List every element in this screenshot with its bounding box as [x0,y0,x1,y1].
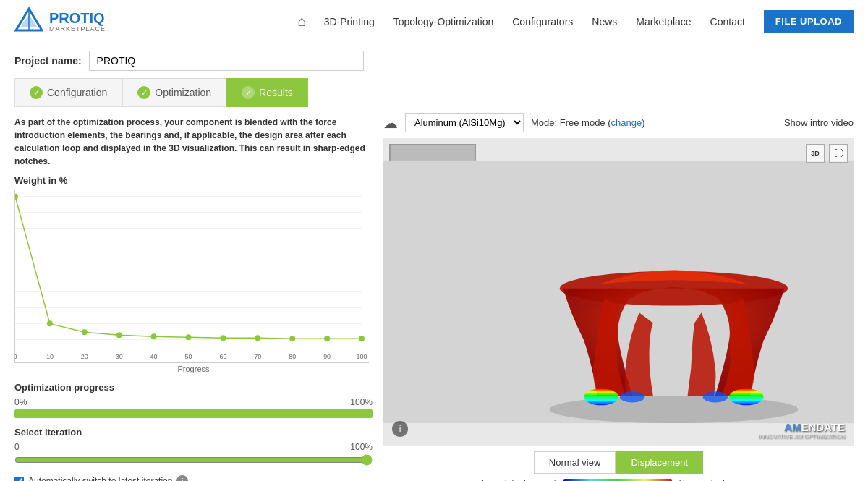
svg-point-57 [620,391,644,402]
svg-point-36 [47,320,53,326]
expand-icon: ⛶ [834,148,843,158]
tab-optimization-label: Optimization [155,87,211,98]
svg-point-45 [359,336,365,341]
tab-configuration-label: Configuration [47,87,107,98]
material-select[interactable]: Aluminum (AlSi10Mg) [405,113,524,132]
show-intro-video-button[interactable]: Show intro video [784,117,854,128]
svg-text:100: 100 [357,353,367,360]
svg-point-35 [15,194,18,200]
auto-switch-info-icon[interactable]: i [176,475,188,481]
svg-text:60: 60 [219,353,226,360]
iteration-slider[interactable] [14,454,373,466]
amendate-endate: ENDATE [801,421,845,433]
tab-configuration[interactable]: ✓ Configuration [14,78,122,107]
svg-point-58 [703,391,728,402]
optimization-progress-label: Optimization progress [14,382,373,393]
svg-text:40: 40 [150,353,158,360]
mode-prefix: Mode: Free mode ( [531,117,611,128]
svg-text:80: 80 [289,353,296,360]
mode-text: Mode: Free mode (change) [531,117,645,128]
right-panel: ☁ Aluminum (AlSi10Mg) Mode: Free mode (c… [383,107,854,481]
progress-range: 0% 100% [14,397,373,407]
3d-rotate-button[interactable]: 3D [806,144,825,163]
logo-icon [14,7,43,36]
fullscreen-button[interactable]: ⛶ [829,144,848,163]
amendate-am: AM [784,421,801,433]
color-scale-row: Lowest displacement Highest displacement [383,478,854,481]
iter-max: 100% [350,442,373,452]
displacement-button[interactable]: Displacement [616,451,703,474]
two-column-layout: As part of the optimization process, you… [14,107,854,481]
normal-view-button[interactable]: Normal view [534,451,616,474]
nav-item-topology[interactable]: Topology-Optimization [386,13,501,30]
svg-text:90: 90 [323,353,331,360]
svg-point-44 [324,336,330,341]
svg-point-39 [151,333,157,339]
progress-min: 0% [14,397,27,407]
progress-max: 100% [350,397,373,407]
logo-area: PROTIQ MARKETPLACE [14,7,106,36]
auto-switch-checkbox[interactable] [14,477,24,482]
iter-min: 0 [14,442,20,452]
amendate-sub: INNOVATIVE AM OPTIMIZATION [758,433,845,440]
nav-item-configurators[interactable]: Configurators [505,13,580,30]
nav-item-marketplace[interactable]: Marketplace [629,13,698,30]
nav-item-news[interactable]: News [584,13,624,30]
svg-text:10: 10 [46,353,54,360]
viewer-icons: 3D ⛶ [806,144,848,163]
mode-suffix: ) [642,117,644,128]
3d-model-svg [383,138,854,446]
nav-home-icon[interactable]: ⌂ [292,10,312,33]
logo-sub: MARKETPLACE [49,25,106,33]
chart-svg: 100% 90% 80% 70% 60% 50% 40% 30% 20% 10%… [15,190,369,362]
svg-text:50: 50 [185,353,192,360]
project-name-input[interactable] [89,51,364,71]
svg-point-43 [289,336,295,341]
svg-point-55 [584,388,618,405]
progress-bar-track [14,409,373,418]
progress-bar-fill [14,409,373,418]
amendate-logo: AMENDATE [758,421,845,433]
logo-text: PROTIQ [49,11,106,25]
left-panel: As part of the optimization process, you… [14,107,373,481]
auto-switch-row: Automatically switch to latest iteration… [14,475,373,481]
weight-chart: 100% 90% 80% 70% 60% 50% 40% 30% 20% 10%… [14,190,369,363]
tab-check-optimization: ✓ [137,86,150,99]
tab-optimization[interactable]: ✓ Optimization [122,78,226,107]
main-content: Project name: ✓ Configuration ✓ Optimiza… [0,43,868,481]
toolbar-row: ☁ Aluminum (AlSi10Mg) Mode: Free mode (c… [383,107,854,138]
svg-text:70: 70 [254,353,261,360]
header: PROTIQ MARKETPLACE ⌂ 3D-Printing Topolog… [0,0,868,43]
chart-title: Weight in % [14,175,373,186]
x-axis-label: Progress [14,365,373,373]
description-text: As part of the optimization process, you… [14,107,373,175]
svg-text:30: 30 [116,353,123,360]
tab-results-label: Results [259,87,293,98]
tab-check-configuration: ✓ [30,86,43,99]
nav-item-contact[interactable]: Contact [703,13,752,30]
svg-point-40 [186,334,192,340]
scale-min-label: Lowest displacement [482,478,556,481]
auto-switch-label: Automatically switch to latest iteration [28,476,172,481]
iteration-range: 0 100% [14,442,373,452]
svg-text:0: 0 [15,353,17,360]
view-buttons: Normal view Displacement [383,451,854,474]
nav-item-3d-printing[interactable]: 3D-Printing [317,13,382,30]
tab-results[interactable]: ✓ Results [226,78,308,107]
file-upload-button[interactable]: FILE UPLOAD [764,10,854,33]
project-row: Project name: [14,51,854,71]
3d-viewer: 3D ⛶ i AMENDATE INNOVATIVE AM OPTIMIZATI… [383,138,854,446]
tab-check-results: ✓ [242,86,255,99]
svg-point-56 [729,388,764,405]
mode-change-link[interactable]: change [611,117,642,128]
svg-point-41 [220,335,226,341]
amendate-logo-area: AMENDATE INNOVATIVE AM OPTIMIZATION [758,421,845,440]
svg-text:20: 20 [81,353,88,360]
tabs: ✓ Configuration ✓ Optimization ✓ Results [14,78,854,107]
scale-max-label: Highest displacement [679,478,755,481]
main-nav: ⌂ 3D-Printing Topology-Optimization Conf… [292,10,854,33]
svg-point-42 [255,335,260,341]
project-label: Project name: [14,55,82,67]
cloud-icon: ☁ [383,114,398,132]
viewer-info-badge[interactable]: i [392,421,408,437]
